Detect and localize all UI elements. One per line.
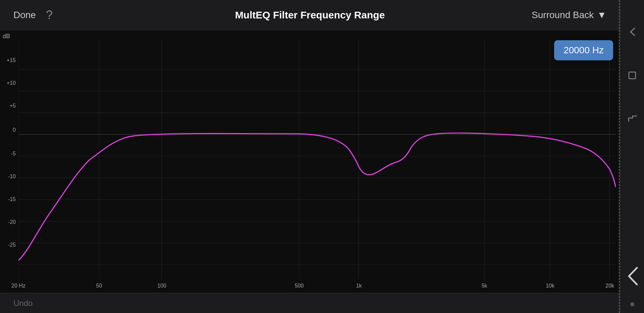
help-button[interactable]: ? [46, 8, 53, 22]
y-label-10: +10 [7, 80, 16, 86]
dropdown-arrow-icon: ▼ [597, 10, 606, 20]
header-left: Done ? [13, 8, 114, 22]
channel-selector[interactable]: Surround Back ▼ [532, 10, 606, 20]
x-axis: 20 Hz 50 100 500 1k 5k 10k 20k [18, 279, 616, 293]
x-label-10k: 10k [546, 283, 554, 289]
chevron-left-icon[interactable] [625, 266, 640, 286]
y-label-5: +5 [10, 103, 16, 109]
grid-area [18, 40, 616, 279]
done-button[interactable]: Done [13, 10, 36, 20]
step-icon[interactable] [627, 114, 637, 123]
y-label-n15: -15 [8, 196, 16, 202]
header: Done ? MultEQ Filter Frequency Range Sur… [0, 0, 620, 30]
back-icon[interactable] [627, 27, 637, 37]
footer: Undo [0, 293, 620, 313]
frequency-badge: 20000 Hz [554, 40, 613, 60]
main-area: Done ? MultEQ Filter Frequency Range Sur… [0, 0, 620, 313]
y-label-n20: -20 [8, 219, 16, 225]
right-sidebar [620, 0, 644, 313]
square-icon[interactable] [627, 70, 637, 80]
undo-button[interactable]: Undo [13, 299, 33, 308]
x-label-100: 100 [157, 283, 166, 289]
header-center: MultEQ Filter Frequency Range [114, 9, 506, 21]
y-label-n25: -25 [8, 242, 16, 248]
y-axis: +15 +10 +5 0 -5 -10 -15 -20 -25 [0, 30, 18, 283]
x-label-500: 500 [295, 283, 304, 289]
channel-name: Surround Back [532, 10, 594, 20]
x-label-5k: 5k [482, 283, 487, 289]
chart-container[interactable]: dB +15 +10 +5 0 -5 -10 -15 -20 -25 [0, 30, 620, 293]
y-label-n5: -5 [11, 151, 16, 157]
x-label-20k: 20k [605, 283, 614, 289]
y-label-n10: -10 [8, 174, 16, 180]
y-label-0: 0 [13, 127, 16, 133]
y-label-15: +15 [7, 57, 16, 63]
status-dot [630, 302, 634, 306]
x-label-20hz: 20 Hz [11, 283, 25, 289]
svg-rect-18 [629, 72, 636, 79]
header-right: Surround Back ▼ [506, 10, 606, 20]
dashed-divider [619, 0, 620, 313]
page-title: MultEQ Filter Frequency Range [235, 9, 385, 20]
x-label-50: 50 [96, 283, 102, 289]
x-label-1k: 1k [356, 283, 362, 289]
